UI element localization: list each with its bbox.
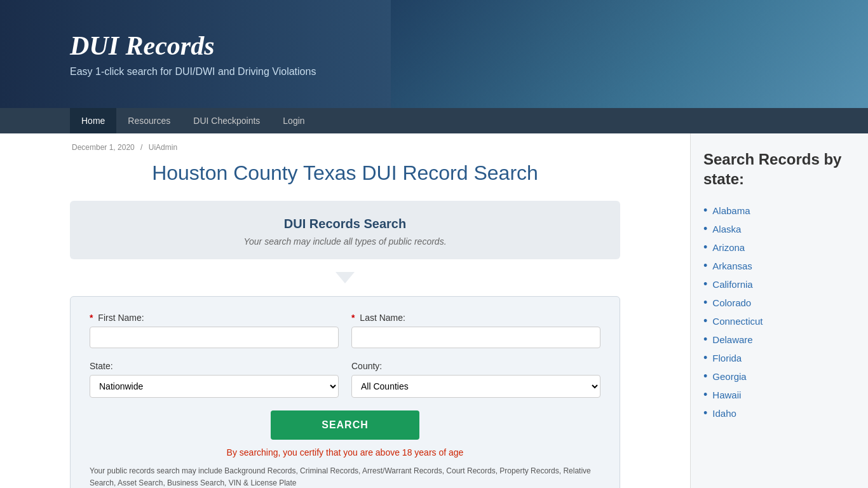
arrow-down-decoration <box>336 272 355 283</box>
list-item: Florida <box>703 349 855 367</box>
list-item: Alaska <box>703 220 855 238</box>
content-wrapper: December 1, 2020 / UiAdmin Houston Count… <box>0 133 868 488</box>
page-title: Houston County Texas DUI Record Search <box>70 161 620 185</box>
sidebar-state-list: Alabama Alaska Arizona Arkansas Californ… <box>703 201 855 423</box>
first-name-input[interactable] <box>90 327 339 348</box>
sidebar-item-delaware[interactable]: Delaware <box>712 334 752 345</box>
last-name-required-marker: * <box>351 313 355 323</box>
location-row: State: Nationwide Alabama Alaska Arizona… <box>90 361 600 398</box>
site-tagline: Easy 1-click search for DUI/DWI and Driv… <box>70 66 316 77</box>
breadcrumb: December 1, 2020 / UiAdmin <box>70 143 620 152</box>
list-item: Arkansas <box>703 257 855 275</box>
list-item: Connecticut <box>703 312 855 330</box>
list-item: Georgia <box>703 367 855 386</box>
name-row: * First Name: * Last Name: <box>90 313 600 348</box>
main-nav: Home Resources DUI Checkpoints Login <box>0 108 868 133</box>
sidebar-item-colorado[interactable]: Colorado <box>712 297 751 308</box>
search-card: DUI Records Search Your search may inclu… <box>70 201 620 259</box>
list-item: Alabama <box>703 201 855 220</box>
sidebar-item-georgia[interactable]: Georgia <box>712 371 746 382</box>
breadcrumb-author: UiAdmin <box>149 143 177 152</box>
search-card-title: DUI Records Search <box>89 217 601 231</box>
sidebar-item-idaho[interactable]: Idaho <box>712 408 736 419</box>
search-card-subtitle: Your search may include all types of pub… <box>89 236 601 247</box>
list-item: Hawaii <box>703 386 855 404</box>
records-disclaimer: Your public records search may include B… <box>90 465 600 488</box>
breadcrumb-separator: / <box>140 143 142 152</box>
site-title: DUI Records <box>70 30 316 61</box>
last-name-label-text: Last Name: <box>360 313 405 323</box>
site-header: DUI Records Easy 1-click search for DUI/… <box>0 0 868 108</box>
sidebar-item-alaska[interactable]: Alaska <box>712 224 741 234</box>
sidebar-item-florida[interactable]: Florida <box>712 353 742 363</box>
nav-dui-checkpoints[interactable]: DUI Checkpoints <box>182 108 271 133</box>
last-name-group: * Last Name: <box>351 313 600 348</box>
county-label: County: <box>351 361 600 371</box>
list-item: Arizona <box>703 238 855 257</box>
search-button[interactable]: SEARCH <box>271 410 419 440</box>
sidebar-item-alabama[interactable]: Alabama <box>712 205 750 216</box>
list-item: Idaho <box>703 404 855 423</box>
search-form: * First Name: * Last Name: State: <box>70 296 620 488</box>
nav-home[interactable]: Home <box>70 108 116 133</box>
nav-login[interactable]: Login <box>271 108 316 133</box>
county-group: County: All Counties Houston County <box>351 361 600 398</box>
county-select[interactable]: All Counties Houston County <box>351 375 600 398</box>
list-item: Colorado <box>703 294 855 312</box>
sidebar-item-arkansas[interactable]: Arkansas <box>712 261 752 271</box>
age-disclaimer: By searching, you certify that you are a… <box>90 447 600 458</box>
last-name-label: * Last Name: <box>351 313 600 323</box>
first-name-group: * First Name: <box>90 313 339 348</box>
sidebar-item-hawaii[interactable]: Hawaii <box>712 390 741 400</box>
sidebar-item-connecticut[interactable]: Connecticut <box>712 316 763 327</box>
sidebar-title: Search Records by state: <box>703 149 855 189</box>
first-name-required-marker: * <box>90 313 93 323</box>
search-button-row: SEARCH <box>90 410 600 440</box>
list-item: Delaware <box>703 330 855 349</box>
first-name-label-text: First Name: <box>98 313 144 323</box>
nav-resources[interactable]: Resources <box>116 108 182 133</box>
state-label: State: <box>90 361 339 371</box>
state-group: State: Nationwide Alabama Alaska Arizona… <box>90 361 339 398</box>
sidebar-item-arizona[interactable]: Arizona <box>712 242 745 253</box>
breadcrumb-date: December 1, 2020 <box>72 143 135 152</box>
first-name-label: * First Name: <box>90 313 339 323</box>
state-select[interactable]: Nationwide Alabama Alaska Arizona Arkans… <box>90 375 339 398</box>
sidebar-item-california[interactable]: California <box>712 279 752 290</box>
sidebar: Search Records by state: Alabama Alaska … <box>690 133 868 488</box>
last-name-input[interactable] <box>351 327 600 348</box>
list-item: California <box>703 275 855 294</box>
main-content: December 1, 2020 / UiAdmin Houston Count… <box>0 133 690 488</box>
